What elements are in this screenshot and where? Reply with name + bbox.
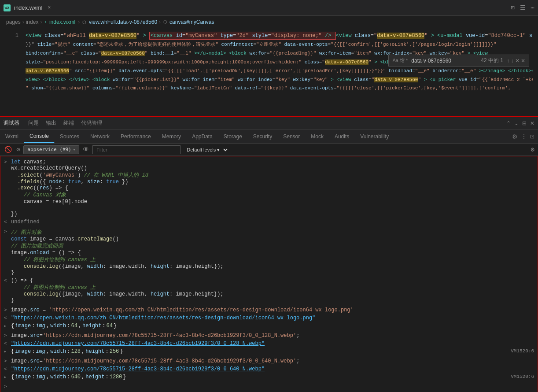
- entry-content-expand-3[interactable]: {image: img, width: 640, height: 1280}: [11, 374, 507, 380]
- console-toolbar-left: 🚫 ⊘ appservice (#9) ▾ 👁 Default levels ▾: [4, 145, 229, 154]
- devtools-zhongduan[interactable]: 终端: [63, 119, 74, 127]
- code-line-2: }}" title="提示" content="您还未登录，为了给您提供更好的使…: [5, 41, 533, 48]
- entry-content-expand-2[interactable]: {image: img, width: 128, height: 256}: [11, 348, 507, 355]
- tab-vulnerability[interactable]: Vulnerability: [355, 129, 394, 143]
- bc-canvas[interactable]: ⬡ canvas#myCanvas: [162, 19, 214, 25]
- tab-bar: Wxml Console Sources Network Performance…: [0, 129, 538, 144]
- expand-marker-1: ▸: [4, 323, 10, 329]
- search-count: 42 中的 1: [481, 57, 503, 64]
- tab-sources[interactable]: Sources: [55, 129, 85, 143]
- tab-security[interactable]: Security: [248, 129, 278, 143]
- output-marker-3: <: [4, 315, 10, 321]
- tab-storage[interactable]: Storage: [218, 129, 248, 143]
- input-marker-4: >: [4, 333, 10, 338]
- console-link-3[interactable]: "https://cdn.midjourney.com/78c55715-28f…: [11, 366, 265, 372]
- search-overlay: Aa 馆 * 42 中的 1 ↑ ↓ ✕ ✕: [388, 55, 529, 67]
- tab-wxml[interactable]: Wxml: [0, 129, 24, 143]
- output-marker-4: <: [4, 341, 10, 346]
- output-marker-5: <: [4, 366, 10, 372]
- tab-mock[interactable]: Mock: [306, 129, 329, 143]
- filter-icon[interactable]: ⊘: [15, 145, 21, 154]
- tab-memory[interactable]: Memory: [157, 129, 187, 143]
- code-line-1: 1 <view class="whFull data-v-087e8560" >…: [5, 32, 533, 40]
- search-nav[interactable]: ↑ ↓ ✕ ✕: [507, 58, 525, 64]
- bc-view[interactable]: ⬡ view.whFull.data-v-087e8560: [81, 19, 157, 25]
- selector-dropdown-arrow: ▾: [73, 148, 75, 152]
- devtools-label: 调试器: [4, 119, 19, 127]
- tab-console[interactable]: Console: [24, 129, 55, 143]
- bc-pages[interactable]: pages: [6, 19, 21, 25]
- console-entry-output-2: < () => { // 将图片绘制到 canvas 上 console.log…: [0, 277, 538, 304]
- more-icon[interactable]: ⋯: [531, 4, 534, 11]
- settings-tab-icon[interactable]: ⚙: [512, 133, 518, 140]
- input-marker-5: >: [4, 359, 10, 364]
- layout-icon[interactable]: ☰: [520, 4, 526, 11]
- expand-icon[interactable]: ⌄: [514, 120, 519, 126]
- search-input[interactable]: [411, 58, 477, 64]
- console-entry-input-4: > image.src='https://cdn.midjourney.com/…: [0, 332, 538, 340]
- filter-input[interactable]: [92, 145, 181, 154]
- vm-ref-1: VM1520:6: [507, 348, 534, 354]
- top-bar-left: wx index.wxml ×: [4, 4, 511, 11]
- tab-label[interactable]: index.wxml: [14, 4, 42, 11]
- entry-content-1: let canvas; wx.createSelectorQuery() .se…: [11, 159, 534, 217]
- bc-index[interactable]: index: [26, 19, 39, 25]
- console-link-2[interactable]: "https://cdn.midjourney.com/78c55715-28f…: [11, 340, 265, 347]
- console-output[interactable]: > let canvas; wx.createSelectorQuery() .…: [0, 156, 538, 392]
- prompt-marker: >: [4, 384, 10, 389]
- expand-marker-2: ▸: [4, 349, 10, 354]
- console-prompt[interactable]: [11, 384, 534, 391]
- console-entry-link-2: < "https://cdn.midjourney.com/78c55715-2…: [0, 340, 538, 348]
- console-link-1[interactable]: "https://open.weixin.qq.com/zh_CN/htmled…: [11, 315, 315, 321]
- close-icon[interactable]: ✕: [530, 120, 534, 126]
- tab-bar-right: ⚙ ⋮ ⊡: [512, 133, 538, 140]
- console-entry-expand-2: ▸ {image: img, width: 128, height: 256} …: [0, 348, 538, 355]
- entry-content-3: image.src = 'https://open.weixin.qq.com/…: [11, 307, 534, 313]
- console-settings-icon[interactable]: ⚙: [531, 146, 534, 153]
- search-options: Aa 馆 *: [392, 57, 408, 64]
- entry-content-output-2: () => { // 将图片绘制到 canvas 上 console.log({…: [11, 277, 534, 303]
- tab-close-button[interactable]: ×: [48, 5, 51, 11]
- code-viewer: 1 <view class="whFull data-v-087e8560" >…: [0, 28, 538, 116]
- code-content-5: data-v-087e8560" src="{{item}}" data-eve…: [26, 67, 533, 75]
- bc-indexwxml[interactable]: ▪ index.wxml: [44, 19, 76, 25]
- clear-console-icon[interactable]: 🚫: [4, 145, 13, 154]
- dock-icon[interactable]: ⊡: [530, 133, 534, 140]
- log-level-select[interactable]: Default levels ▾: [183, 146, 229, 154]
- code-content-6: view> </block> </view> <block wx:for="{{…: [26, 76, 533, 84]
- devtools-toolbar: 调试器 问题 输出 终端 代码管理 ⌃ ⌄ ⊟ ✕: [0, 117, 538, 129]
- code-line-5: data-v-087e8560" src="{{item}}" data-eve…: [5, 67, 533, 75]
- top-bar: wx index.wxml × ⊡ ☰ ⋯: [0, 0, 538, 16]
- tab-audits[interactable]: Audits: [329, 129, 355, 143]
- entry-content-undefined-1: undefined: [11, 219, 534, 225]
- console-entry-expand-1: ▸ {image: img, width: 64, height: 64}: [0, 322, 538, 330]
- console-entry-link-1: < "https://open.weixin.qq.com/zh_CN/html…: [0, 314, 538, 322]
- tab-performance[interactable]: Performance: [115, 129, 157, 143]
- selector-dropdown[interactable]: appservice (#9) ▾: [23, 145, 79, 154]
- grid-icon[interactable]: ⊡: [511, 4, 514, 11]
- eye-icon[interactable]: 👁: [82, 145, 90, 154]
- code-line-7: " show="{{item.show}}" columns="{{item.c…: [5, 84, 533, 92]
- output-marker-1: <: [4, 219, 10, 225]
- file-icon: wx: [4, 4, 11, 11]
- bc-sep4: ›: [159, 19, 161, 25]
- tab-appdata[interactable]: AppData: [187, 129, 218, 143]
- devtools-panel: 调试器 问题 输出 终端 代码管理 ⌃ ⌄ ⊟ ✕ Wxml Console S…: [0, 117, 538, 392]
- tab-sensor[interactable]: Sensor: [278, 129, 306, 143]
- devtools-wenti[interactable]: 问题: [28, 119, 39, 127]
- expand-marker-3: ▸: [4, 374, 10, 380]
- bc-sep2: ›: [40, 19, 42, 25]
- console-toolbar-right: ⚙: [531, 146, 534, 153]
- devtools-daima[interactable]: 代码管理: [81, 119, 102, 127]
- devtools-shuchu[interactable]: 输出: [46, 119, 56, 127]
- line-number: 1: [5, 32, 18, 40]
- top-bar-icons: ⊡ ☰ ⋯: [511, 4, 534, 11]
- entry-content-5: image.src='https://cdn.midjourney.com/78…: [11, 358, 534, 364]
- collapse-icon[interactable]: ⌃: [506, 120, 511, 126]
- input-marker-3: >: [4, 307, 10, 313]
- tab-network[interactable]: Network: [85, 129, 115, 143]
- more-tab-icon[interactable]: ⋮: [521, 133, 527, 140]
- entry-content-expand-1[interactable]: {image: img, width: 64, height: 64}: [11, 323, 534, 329]
- settings-icon[interactable]: ⊟: [522, 120, 527, 126]
- console-entry-expand-3: ▸ {image: img, width: 640, height: 1280}…: [0, 373, 538, 381]
